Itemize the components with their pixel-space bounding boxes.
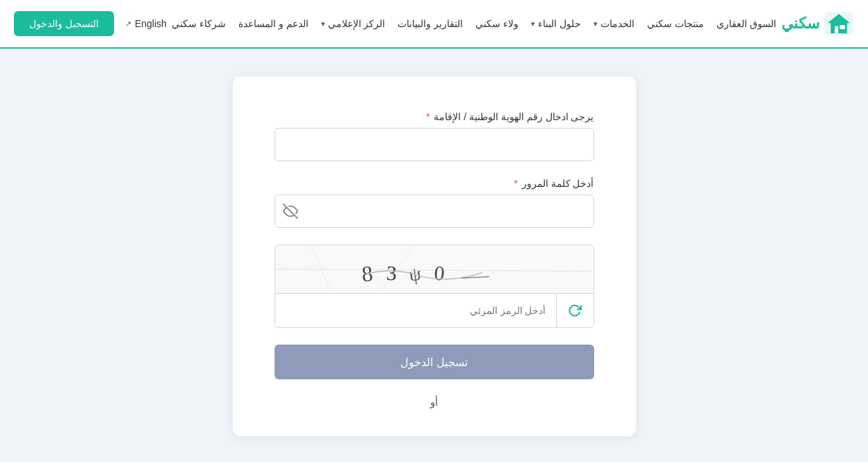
captcha-input[interactable] — [275, 294, 556, 327]
captcha-svg: 8 3 ψ 0 — [275, 245, 593, 293]
sidebar-item-services[interactable]: الخدمات — [593, 18, 634, 29]
captcha-refresh-button[interactable] — [556, 294, 593, 327]
english-language-link[interactable]: English ↗ — [125, 18, 167, 29]
captcha-container: 8 3 ψ 0 — [275, 245, 594, 328]
sidebar-item-reports-data[interactable]: التقارير والبيانات — [398, 18, 463, 29]
sidebar-item-media-center[interactable]: الركز الإعلامي — [321, 18, 386, 29]
password-label: أدخل كلمة المرور * — [275, 178, 594, 189]
eye-slash-icon — [283, 204, 298, 219]
password-form-group: أدخل كلمة المرور * — [275, 178, 594, 228]
captcha-image: 8 3 ψ 0 — [275, 245, 593, 294]
id-input[interactable] — [275, 128, 594, 161]
or-divider: أو — [275, 396, 594, 409]
register-login-button[interactable]: التسجيل والدخول — [14, 11, 114, 36]
submit-login-button[interactable]: تسجيل الدخول — [275, 345, 594, 379]
logo-text: سكني — [781, 15, 819, 33]
sidebar-item-partners[interactable]: شركاء سكني — [172, 18, 226, 29]
sidebar-item-support[interactable]: الدعم و المساعدة — [238, 18, 309, 29]
id-form-group: يرجى ادخال رقم الهوية الوطنية / الإقامة … — [275, 111, 594, 161]
refresh-icon — [568, 304, 582, 317]
nav-menu: السوق العقاري منتجات سكني الخدمات حلول ا… — [172, 18, 776, 29]
id-label: يرجى ادخال رقم الهوية الوطنية / الإقامة … — [275, 111, 594, 122]
password-wrapper — [275, 195, 594, 228]
sidebar-item-sakani-products[interactable]: منتجات سكني — [647, 18, 704, 29]
sidebar-item-building-solutions[interactable]: حلول البناء — [531, 18, 581, 29]
password-required-star: * — [514, 178, 517, 189]
navbar: سكني السوق العقاري منتجات سكني الخدمات ح… — [0, 0, 868, 49]
logo[interactable]: سكني — [781, 8, 854, 39]
svg-text:0: 0 — [433, 262, 445, 285]
navbar-actions: English ↗ التسجيل والدخول — [14, 11, 167, 36]
toggle-password-button[interactable] — [283, 204, 298, 219]
svg-rect-2 — [835, 26, 838, 33]
sakani-logo-icon — [824, 8, 854, 39]
main-content: يرجى ادخال رقم الهوية الوطنية / الإقامة … — [0, 49, 868, 462]
id-required-star: * — [426, 111, 429, 122]
svg-text:3: 3 — [386, 262, 397, 285]
captcha-input-row — [275, 294, 593, 327]
sidebar-item-real-estate-market[interactable]: السوق العقاري — [716, 18, 776, 29]
external-link-icon: ↗ — [125, 19, 131, 28]
password-input[interactable] — [275, 195, 594, 228]
sidebar-item-sakani-loyalty[interactable]: ولاء سكني — [475, 18, 518, 29]
english-label: English — [135, 18, 167, 29]
svg-rect-3 — [840, 25, 844, 29]
login-card: يرجى ادخال رقم الهوية الوطنية / الإقامة … — [233, 76, 636, 436]
